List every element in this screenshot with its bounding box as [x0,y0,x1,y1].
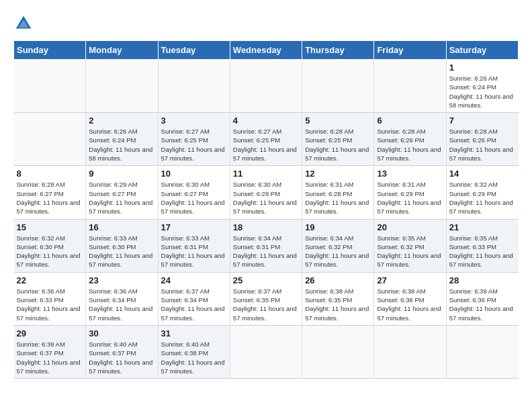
calendar-week-2: 2Sunrise: 6:26 AMSunset: 6:24 PMDaylight… [14,113,519,166]
calendar-day: 29Sunrise: 6:39 AMSunset: 6:37 PMDayligh… [14,325,86,378]
calendar-day: 14Sunrise: 6:32 AMSunset: 6:29 PMDayligh… [446,166,518,219]
calendar-week-1: 1Sunrise: 6:26 AMSunset: 6:24 PMDaylight… [14,60,519,113]
calendar-day: 12Sunrise: 6:31 AMSunset: 6:28 PMDayligh… [302,166,374,219]
calendar-day: 30Sunrise: 6:40 AMSunset: 6:37 PMDayligh… [86,325,158,378]
col-header-saturday: Saturday [446,41,518,60]
empty-cell [446,325,518,378]
col-header-friday: Friday [374,41,446,60]
empty-cell [14,113,86,166]
header-row: SundayMondayTuesdayWednesdayThursdayFrid… [14,41,519,60]
calendar-day: 27Sunrise: 6:38 AMSunset: 6:36 PMDayligh… [374,272,446,325]
calendar-day: 11Sunrise: 6:30 AMSunset: 6:28 PMDayligh… [230,166,302,219]
page-header [13,13,519,34]
empty-cell [230,60,302,113]
calendar-day: 24Sunrise: 6:37 AMSunset: 6:34 PMDayligh… [158,272,230,325]
empty-cell [374,60,446,113]
calendar-day: 31Sunrise: 6:40 AMSunset: 6:38 PMDayligh… [158,325,230,378]
calendar-day: 19Sunrise: 6:34 AMSunset: 6:32 PMDayligh… [302,219,374,272]
calendar-day: 16Sunrise: 6:33 AMSunset: 6:30 PMDayligh… [86,219,158,272]
empty-cell [158,60,230,113]
calendar-day: 13Sunrise: 6:31 AMSunset: 6:29 PMDayligh… [374,166,446,219]
calendar-week-5: 22Sunrise: 6:36 AMSunset: 6:33 PMDayligh… [14,272,519,325]
calendar-week-4: 15Sunrise: 6:32 AMSunset: 6:30 PMDayligh… [14,219,519,272]
calendar-day: 21Sunrise: 6:35 AMSunset: 6:33 PMDayligh… [446,219,518,272]
col-header-sunday: Sunday [14,41,86,60]
calendar-day: 17Sunrise: 6:33 AMSunset: 6:31 PMDayligh… [158,219,230,272]
calendar-day: 22Sunrise: 6:36 AMSunset: 6:33 PMDayligh… [14,272,86,325]
col-header-thursday: Thursday [302,41,374,60]
col-header-wednesday: Wednesday [230,41,302,60]
calendar-day: 8Sunrise: 6:29 AMSunset: 6:27 PMDaylight… [14,166,86,219]
logo [13,13,36,34]
empty-cell [86,60,158,113]
empty-cell [302,325,374,378]
col-header-monday: Monday [86,41,158,60]
calendar-day: 5Sunrise: 6:28 AMSunset: 6:25 PMDaylight… [302,113,374,166]
calendar-day: 3Sunrise: 6:27 AMSunset: 6:25 PMDaylight… [158,113,230,166]
calendar-day: 9Sunrise: 6:29 AMSunset: 6:27 PMDaylight… [86,166,158,219]
calendar-day: 18Sunrise: 6:34 AMSunset: 6:31 PMDayligh… [230,219,302,272]
calendar-day: 20Sunrise: 6:35 AMSunset: 6:32 PMDayligh… [374,219,446,272]
calendar-day: 4Sunrise: 6:27 AMSunset: 6:25 PMDaylight… [230,113,302,166]
calendar-day: 1Sunrise: 6:26 AMSunset: 6:24 PMDaylight… [446,60,518,113]
empty-cell [302,60,374,113]
page-container: SundayMondayTuesdayWednesdayThursdayFrid… [13,13,519,379]
calendar-day: 7Sunrise: 6:28 AMSunset: 6:26 PMDaylight… [446,113,518,166]
calendar-week-3: 8Sunrise: 6:29 AMSunset: 6:27 PMDaylight… [14,166,519,219]
col-header-tuesday: Tuesday [158,41,230,60]
calendar-day: 23Sunrise: 6:36 AMSunset: 6:34 PMDayligh… [86,272,158,325]
calendar-day: 6Sunrise: 6:28 AMSunset: 6:26 PMDaylight… [374,113,446,166]
empty-cell [230,325,302,378]
logo-icon [13,13,34,34]
calendar-week-6: 29Sunrise: 6:39 AMSunset: 6:37 PMDayligh… [14,325,519,378]
calendar-table: SundayMondayTuesdayWednesdayThursdayFrid… [13,40,519,379]
empty-cell [374,325,446,378]
calendar-day: 26Sunrise: 6:38 AMSunset: 6:35 PMDayligh… [302,272,374,325]
calendar-day: 2Sunrise: 6:26 AMSunset: 6:24 PMDaylight… [86,113,158,166]
calendar-day: 15Sunrise: 6:32 AMSunset: 6:30 PMDayligh… [14,219,86,272]
calendar-day: 28Sunrise: 6:39 AMSunset: 6:36 PMDayligh… [446,272,518,325]
empty-cell [14,60,86,113]
calendar-day: 25Sunrise: 6:37 AMSunset: 6:35 PMDayligh… [230,272,302,325]
calendar-day: 10Sunrise: 6:30 AMSunset: 6:27 PMDayligh… [158,166,230,219]
